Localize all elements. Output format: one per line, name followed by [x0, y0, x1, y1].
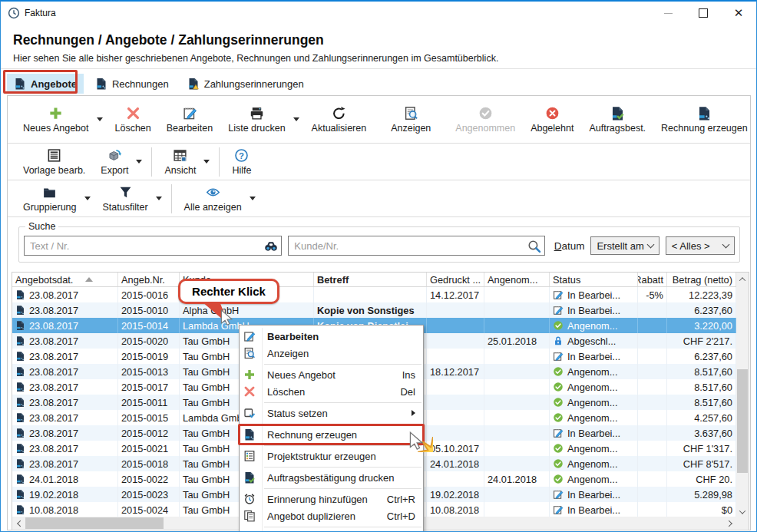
column-header-gedruckt[interactable]: Gedruckt ... [427, 273, 484, 286]
angebot-doc-icon [14, 78, 26, 90]
scroll-left-button[interactable] [12, 517, 25, 530]
cell-angenommen [484, 410, 550, 425]
liste-drucken-dropdown-arrow[interactable] [293, 117, 299, 121]
column-header-angebotnr[interactable]: Angeb.Nr. [118, 273, 180, 286]
cell-status: Angenom... [550, 456, 638, 471]
cell-status: Angenom... [550, 379, 638, 395]
auftragsbest-button[interactable]: Auftragsbest. [581, 103, 653, 137]
context-menu-item[interactable]: Projektstruktur erzeugen [240, 448, 423, 464]
status-icon [553, 335, 564, 346]
statusfilter-dropdown-arrow[interactable] [156, 197, 162, 200]
cell-gedruckt: 14.12.2017 [427, 287, 484, 302]
column-header-betreff[interactable]: Betreff [314, 273, 427, 286]
context-menu-item[interactable]: Angebot duplizieren Ctrl+D [240, 507, 423, 524]
horizontal-scroll-thumb[interactable] [25, 517, 164, 529]
cell-angebotnr: 2015-0013 [118, 364, 180, 379]
maximize-button[interactable] [686, 2, 721, 25]
status-icon [553, 504, 564, 515]
toolbar-row-3: Gruppierung Statusfilter Alle anzeigen [8, 180, 750, 217]
hilfe-button[interactable]: Hilfe [224, 145, 259, 179]
context-menu-item[interactable]: Status setzen [240, 405, 423, 421]
alle-anzeigen-button[interactable]: Alle anzeigen [177, 182, 250, 216]
aktualisieren-button[interactable]: Aktualisieren [304, 103, 375, 137]
tab-zahlungserinnerungen[interactable]: Zahlungserinnerungen [180, 74, 311, 94]
table-row[interactable]: 23.08.2017 2015-0010 Alpha GmbH Kopie vo… [12, 302, 749, 318]
cell-gedruckt: 05.10.2017 [427, 441, 484, 456]
cell-angenommen [484, 302, 550, 318]
cell-angebotsdatum: 23.08.2017 [12, 318, 118, 333]
search-kunde-input[interactable] [289, 236, 544, 255]
datum-range-select[interactable]: < Alles > [666, 236, 735, 255]
neues-angebot-button[interactable]: Neues Angebot [15, 103, 97, 137]
angebot-doc-icon [15, 443, 25, 454]
chevron-down-icon [722, 241, 730, 249]
angebot-doc-icon [15, 397, 25, 408]
alle-anzeigen-dropdown-arrow[interactable] [250, 197, 256, 200]
vertical-scrollbar[interactable] [736, 273, 749, 518]
table-row[interactable]: 23.08.2017 2015-0016 14.12.2017 In Bearb… [12, 287, 749, 302]
column-header-angebotsdatum[interactable]: Angebotsdat. [12, 273, 118, 286]
context-menu-item[interactable]: Anzeigen [240, 345, 423, 362]
abgelehnt-button[interactable]: Abgelehnt [523, 103, 581, 137]
angenommen-button: Angenommen [448, 103, 523, 137]
column-header-rabatt[interactable]: Rabatt [638, 273, 667, 286]
export-button[interactable]: Export [93, 145, 136, 179]
menu-item-icon [240, 510, 259, 522]
scroll-right-button[interactable] [723, 517, 736, 530]
bearbeiten-button[interactable]: Bearbeiten [159, 103, 220, 137]
tab-rechnungen[interactable]: Rechnungen [88, 74, 176, 94]
cell-kunde: Alpha GmbH [180, 302, 314, 318]
loeschen-button[interactable]: Löschen [107, 103, 159, 137]
cell-angenommen [484, 502, 550, 517]
tab-angebote[interactable]: Angebote [7, 74, 84, 94]
export-dropdown-arrow[interactable] [136, 160, 142, 164]
cell-angebotsdatum: 23.08.2017 [12, 379, 118, 395]
menu-item-icon [240, 330, 259, 342]
context-menu-item[interactable]: Erinnerung hinzufügen Ctrl+R [240, 491, 423, 507]
context-menu-item[interactable]: Löschen Del [240, 383, 423, 400]
ansicht-button[interactable]: Ansicht [157, 145, 203, 179]
cell-gedruckt [427, 349, 484, 364]
vertical-scroll-thumb[interactable] [737, 369, 748, 473]
cell-status: In Bearbei... [550, 349, 638, 364]
cell-angebotsdatum: 23.08.2017 [12, 425, 118, 441]
status-icon [553, 397, 564, 408]
header-divider [1, 68, 756, 69]
datum-field-select[interactable]: Erstellt am [590, 236, 659, 255]
cell-betrag: 5.289,98 [667, 487, 736, 502]
anzeigen-button[interactable]: Anzeigen [383, 103, 438, 137]
context-menu-item[interactable]: Neues Angebot Ins [240, 366, 423, 383]
preview-icon [404, 106, 418, 121]
column-header-status[interactable]: Status [550, 273, 638, 286]
context-menu-item[interactable]: Bearbeiten [240, 328, 423, 345]
cell-angebotnr: 2015-0024 [118, 502, 180, 517]
statusfilter-button[interactable]: Statusfilter [95, 182, 156, 216]
column-header-betrag[interactable]: Betrag (netto) [667, 273, 736, 286]
neues-angebot-dropdown-arrow[interactable] [97, 117, 103, 121]
vorlage-bearb-button[interactable]: Vorlage bearb. [15, 145, 93, 179]
search-text-input[interactable] [25, 236, 281, 255]
scroll-up-button[interactable] [736, 273, 749, 286]
minimize-button[interactable] [650, 2, 686, 25]
status-icon [553, 458, 564, 469]
gruppierung-dropdown-arrow[interactable] [84, 197, 91, 200]
context-menu-item[interactable]: Rechnung erzeugen [240, 426, 423, 443]
cell-betrag: $0 [667, 502, 736, 517]
table-header: Angebotsdat. Angeb.Nr. Kunde Betreff Ged… [12, 273, 749, 287]
liste-drucken-button[interactable]: Liste drucken [220, 103, 293, 137]
cell-gedruckt [427, 471, 484, 487]
toolbar-row-1: Neues Angebot Löschen Bearbeiten Liste d… [8, 96, 750, 144]
rechnung-erzeugen-button[interactable]: Rechnung erzeugen [653, 103, 755, 137]
context-menu-item[interactable] [240, 529, 423, 532]
check-circle-icon [478, 106, 493, 121]
context-menu-item[interactable]: Auftragsbestätigung drucken [240, 469, 423, 486]
menu-item-icon [240, 407, 259, 419]
cell-status: In Bearbei... [550, 425, 638, 441]
search-group-label: Suche [25, 221, 58, 232]
close-button[interactable]: ✕ [721, 2, 756, 25]
ansicht-dropdown-arrow[interactable] [203, 160, 210, 164]
column-header-angenommen[interactable]: Angenom... [484, 273, 550, 286]
cell-angebotnr: 2015-0023 [118, 487, 180, 502]
gruppierung-button[interactable]: Gruppierung [15, 182, 84, 216]
cell-betreff [314, 287, 427, 302]
